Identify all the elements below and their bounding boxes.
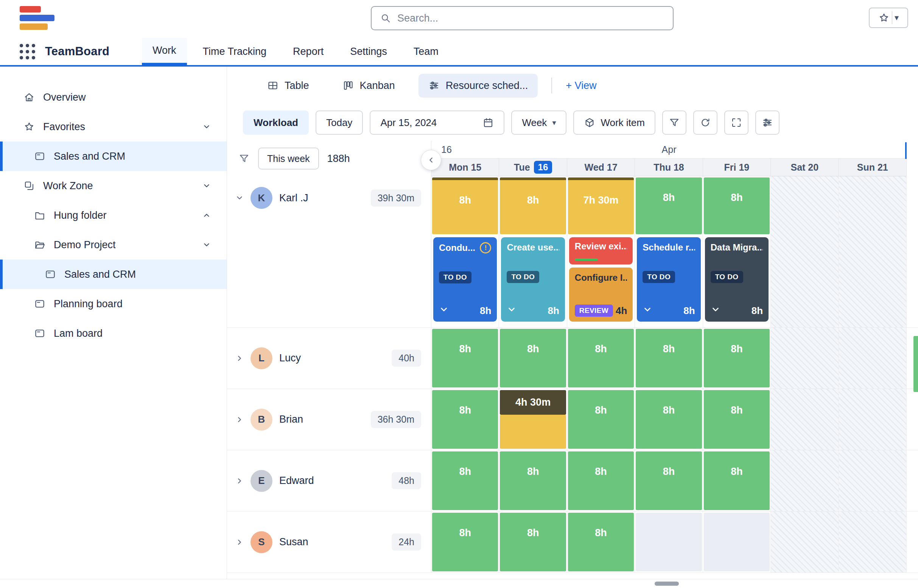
schedule-cell[interactable]: 8h <box>703 389 771 450</box>
sidebar-item-overview[interactable]: Overview <box>0 82 227 112</box>
chevron-down-icon[interactable] <box>235 194 244 202</box>
view-tab-kanban[interactable]: Kanban <box>333 74 405 98</box>
workload-bar[interactable]: 8h <box>500 178 566 234</box>
fullscreen-button[interactable] <box>724 110 748 135</box>
chevron-down-icon[interactable] <box>439 305 449 317</box>
sidebar-item-lam-board[interactable]: Lam board <box>0 318 227 348</box>
nav-tab-team[interactable]: Team <box>403 38 449 65</box>
schedule-cell[interactable]: 8hCondu...! TO DO 8h <box>432 176 499 327</box>
settings-button[interactable] <box>755 110 779 135</box>
schedule-cell[interactable]: 8h <box>432 328 499 389</box>
workload-bar[interactable]: 8h <box>500 451 566 510</box>
workload-bar[interactable]: 7h 30m <box>568 178 634 234</box>
avatar[interactable]: S <box>251 531 272 553</box>
resource-info-cell[interactable]: S Susan 24h <box>227 512 432 572</box>
resource-info-cell[interactable]: B Brian 36h 30m <box>227 389 432 450</box>
workload-bar[interactable]: 8h <box>500 513 566 571</box>
resource-info-cell[interactable]: K Karl .J 39h 30m <box>227 176 432 327</box>
chevron-down-icon[interactable] <box>202 241 211 249</box>
chevron-up-icon[interactable] <box>202 211 211 220</box>
schedule-cell[interactable] <box>635 512 703 572</box>
chevron-down-icon[interactable]: ▾ <box>895 13 899 23</box>
filter-button[interactable] <box>662 110 687 135</box>
day-header-wed[interactable]: Wed 17 <box>567 158 635 176</box>
work-item-button[interactable]: Work item <box>573 110 655 135</box>
schedule-cell-weekend[interactable] <box>839 512 907 572</box>
schedule-cell-weekend[interactable] <box>839 450 907 511</box>
sidebar-item-sales-and-crm[interactable]: Sales and CRM <box>0 142 227 171</box>
workload-bar[interactable]: 8h <box>568 329 634 388</box>
schedule-cell[interactable]: 4h 30m <box>499 389 567 450</box>
schedule-cell[interactable]: 8h <box>432 389 499 450</box>
schedule-cell[interactable]: 8h <box>567 389 635 450</box>
chevron-right-icon[interactable] <box>235 538 244 546</box>
workload-bar[interactable]: 8h <box>704 451 770 510</box>
chevron-right-icon[interactable] <box>235 354 244 362</box>
workload-bar[interactable]: 8h <box>636 329 701 388</box>
workload-bar[interactable]: 8h <box>432 329 498 388</box>
chevron-down-icon[interactable] <box>507 305 517 317</box>
day-header-fri[interactable]: Fri 19 <box>703 158 771 176</box>
refresh-button[interactable] <box>693 110 718 135</box>
workload-bar[interactable]: 8h <box>500 329 566 388</box>
this-week-button[interactable]: This week <box>258 147 319 170</box>
funnel-icon[interactable] <box>238 153 250 164</box>
schedule-cell[interactable]: 8h <box>635 328 703 389</box>
schedule-cell[interactable]: 8h <box>432 450 499 511</box>
schedule-cell[interactable] <box>703 512 771 572</box>
workload-bar[interactable]: 8h <box>636 390 701 449</box>
day-header-tue[interactable]: Tue16 <box>499 158 567 176</box>
day-header-sun[interactable]: Sun 21 <box>839 158 907 176</box>
task-card[interactable]: Create use... TO DO 8h <box>501 237 564 321</box>
schedule-cell[interactable]: 8hData Migra... TO DO 8h <box>703 176 771 327</box>
avatar[interactable]: L <box>251 347 272 369</box>
day-header-sat[interactable]: Sat 20 <box>771 158 839 176</box>
schedule-cell-weekend[interactable] <box>771 176 839 327</box>
workload-bar[interactable]: 8h <box>432 390 498 449</box>
schedule-cell[interactable]: 8h <box>499 512 567 572</box>
chevron-down-icon[interactable] <box>643 305 652 317</box>
schedule-cell[interactable]: 8h <box>635 389 703 450</box>
day-header-thu[interactable]: Thu 18 <box>635 158 703 176</box>
chevron-down-icon[interactable] <box>202 182 211 190</box>
apps-grid-icon[interactable] <box>20 44 35 60</box>
view-tab-resource-scheduling[interactable]: Resource sched... <box>419 74 538 98</box>
task-card[interactable]: Schedule r... TO DO 8h <box>637 237 700 321</box>
day-header-mon[interactable]: Mon 15 <box>432 158 499 176</box>
global-search[interactable] <box>371 6 674 30</box>
schedule-cell-weekend[interactable] <box>771 512 839 572</box>
schedule-cell[interactable]: 8h <box>499 328 567 389</box>
chevron-right-icon[interactable] <box>235 415 244 424</box>
task-card[interactable]: Configure I... REVIEW 4h <box>569 268 633 321</box>
today-button[interactable]: Today <box>315 110 363 135</box>
resource-info-cell[interactable]: L Lucy 40h <box>227 328 432 389</box>
workload-bar[interactable]: 8h <box>568 513 634 571</box>
horizontal-scrollbar[interactable] <box>0 579 918 588</box>
nav-tab-settings[interactable]: Settings <box>339 38 398 65</box>
task-card[interactable]: Condu...! TO DO 8h <box>433 237 497 321</box>
avatar[interactable]: K <box>251 187 272 209</box>
scrollbar-thumb[interactable] <box>655 582 679 586</box>
schedule-cell-weekend[interactable] <box>771 328 839 389</box>
schedule-cell[interactable]: 8hCreate use... TO DO 8h <box>499 176 567 327</box>
schedule-cell[interactable]: 8h <box>703 328 771 389</box>
sidebar-item-work-zone[interactable]: Work Zone <box>0 171 227 200</box>
collapse-panel-button[interactable] <box>421 150 441 170</box>
workload-bar[interactable]: 8h <box>432 513 498 571</box>
sidebar-item-hung-folder[interactable]: Hung folder <box>0 200 227 230</box>
workload-bar[interactable]: 8h <box>432 178 498 234</box>
search-input[interactable] <box>397 13 664 24</box>
workload-bar[interactable]: 8h <box>568 451 634 510</box>
workload-bar[interactable]: 8h <box>432 451 498 510</box>
favorites-widget[interactable]: ▾ <box>869 8 908 28</box>
workload-bar-split[interactable]: 4h 30m <box>500 390 566 449</box>
sidebar-item-favorites[interactable]: Favorites <box>0 112 227 142</box>
workload-bar[interactable]: 8h <box>704 178 770 234</box>
schedule-cell[interactable]: 7h 30mReview exi...Configure I... REVIEW… <box>567 176 635 327</box>
chevron-down-icon[interactable] <box>202 123 211 131</box>
sidebar-item-sales-and-crm-nested[interactable]: Sales and CRM <box>0 260 227 289</box>
schedule-cell[interactable]: 8h <box>499 450 567 511</box>
add-view-button[interactable]: + View <box>566 80 596 92</box>
resource-info-cell[interactable]: E Edward 48h <box>227 450 432 511</box>
chevron-right-icon[interactable] <box>235 477 244 485</box>
